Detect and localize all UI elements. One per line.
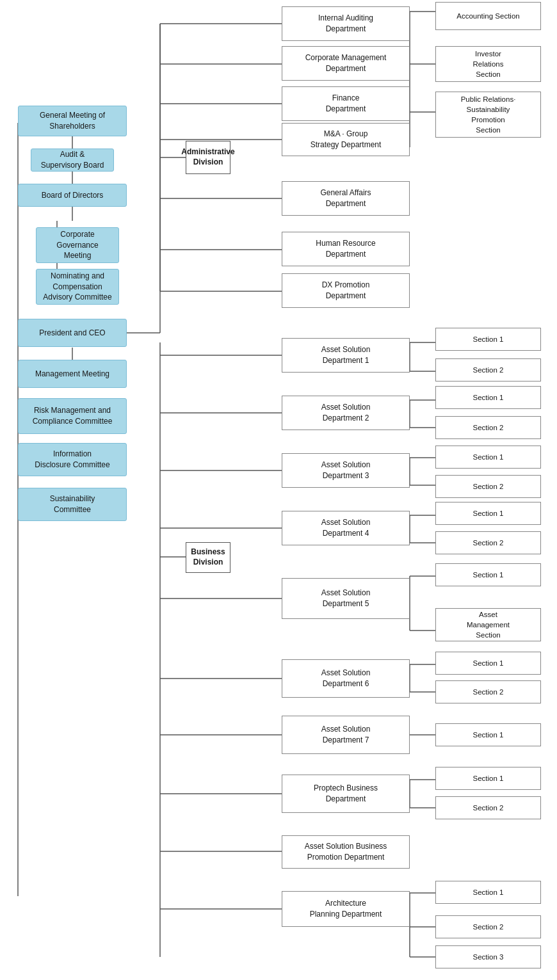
info-disclosure-box: Information Disclosure Committee [18,443,127,476]
asd4-label: Asset Solution Department 4 [321,517,371,539]
risk-label: Risk Management and Compliance Committee [33,405,113,427]
accounting-section: Accounting Section [435,2,541,30]
shareholders-box: General Meeting of Shareholders [18,106,127,136]
asd4-dept: Asset Solution Department 4 [282,511,410,545]
asd6-s2-label: Section 2 [473,687,504,697]
ma-dept: M&A · Group Strategy Department [282,123,410,156]
asbpd-dept: Asset Solution Business Promotion Depart… [282,835,410,869]
corp-mgmt-label: Corporate Management Department [305,52,387,74]
board-box: Board of Directors [18,184,127,207]
asd6-label: Asset Solution Department 6 [321,668,371,689]
hr-label: Human Resource Department [316,238,375,260]
architecture-s2-label: Section 2 [473,922,504,932]
corp-mgmt-dept: Corporate Management Department [282,46,410,81]
sustainability-box: Sustainability Committee [18,488,127,521]
architecture-s3: Section 3 [435,945,541,968]
asd6-s2: Section 2 [435,680,541,703]
asd2-s2-label: Section 2 [473,422,504,433]
asd4-s2: Section 2 [435,531,541,554]
asd3-s2-label: Section 2 [473,481,504,492]
asd1-s2-label: Section 2 [473,365,504,375]
asd3-s1-label: Section 1 [473,452,504,462]
asd4-s1-label: Section 1 [473,508,504,518]
business-division-text: Business Division [191,547,225,567]
asd7-dept: Asset Solution Department 7 [282,716,410,754]
asd5-s1-label: Section 1 [473,570,504,580]
asd5-dept: Asset Solution Department 5 [282,578,410,619]
asd1-label: Asset Solution Department 1 [321,344,371,366]
investor-relations-label: Investor Relations Section [473,49,504,79]
asd2-s1: Section 1 [435,386,541,409]
proptech-label: Proptech Business Department [314,783,378,805]
finance-label: Finance Department [326,93,366,115]
architecture-dept: Architecture Planning Department [282,891,410,927]
finance-dept: Finance Department [282,86,410,121]
investor-relations-section: Investor Relations Section [435,46,541,82]
asd2-label: Asset Solution Department 2 [321,402,371,424]
business-division-label: Business Division [186,542,230,573]
audit-board-label: Audit & Supervisory Board [41,149,104,171]
asbpd-label: Asset Solution Business Promotion Depart… [305,841,387,863]
asd2-s1-label: Section 1 [473,392,504,403]
asd2-dept: Asset Solution Department 2 [282,396,410,430]
mgmt-meeting-label: Management Meeting [35,369,109,380]
architecture-label: Architecture Planning Department [310,898,382,920]
asd7-label: Asset Solution Department 7 [321,724,371,746]
architecture-s3-label: Section 3 [473,952,504,962]
proptech-s1: Section 1 [435,767,541,790]
asd6-s1-label: Section 1 [473,658,504,668]
info-disclosure-label: Information Disclosure Committee [35,449,109,470]
mgmt-meeting-box: Management Meeting [18,360,127,388]
ma-label: M&A · Group Strategy Department [311,129,382,150]
internal-auditing-dept: Internal Auditing Department [282,6,410,41]
president-label: President and CEO [39,328,105,339]
accounting-label: Accounting Section [456,11,519,21]
general-affairs-dept: General Affairs Department [282,181,410,216]
president-box: President and CEO [18,319,127,347]
architecture-s2: Section 2 [435,915,541,938]
public-relations-section: Public Relations· Sustainability Promoti… [435,92,541,138]
risk-box: Risk Management and Compliance Committee [18,398,127,434]
asd4-s2-label: Section 2 [473,538,504,548]
asd7-s1: Section 1 [435,723,541,746]
nominating-label: Nominating and Compensation Advisory Com… [43,271,111,303]
asd6-s1: Section 1 [435,652,541,675]
sustainability-label: Sustainability Committee [50,494,95,515]
asd2-s2: Section 2 [435,416,541,439]
asd5-ams: Asset Management Section [435,608,541,641]
audit-board-box: Audit & Supervisory Board [31,149,114,172]
asd5-s1: Section 1 [435,563,541,586]
proptech-s2: Section 2 [435,796,541,819]
asd1-s1-label: Section 1 [473,334,504,344]
asd4-s1: Section 1 [435,502,541,525]
dx-dept: DX Promotion Department [282,273,410,308]
proptech-s1-label: Section 1 [473,773,504,783]
architecture-s1: Section 1 [435,881,541,904]
corp-gov-box: Corporate Governance Meeting [36,227,119,263]
asd1-dept: Asset Solution Department 1 [282,338,410,373]
corp-gov-label: Corporate Governance Meeting [56,229,98,261]
asd7-s1-label: Section 1 [473,730,504,740]
asd3-s2: Section 2 [435,475,541,498]
general-affairs-label: General Affairs Department [320,188,371,209]
admin-division-label: Administrative Division [186,141,230,174]
board-label: Board of Directors [42,190,104,201]
asd3-label: Asset Solution Department 3 [321,460,371,481]
asd1-s2: Section 2 [435,358,541,382]
asd6-dept: Asset Solution Department 6 [282,659,410,698]
proptech-dept: Proptech Business Department [282,775,410,813]
hr-dept: Human Resource Department [282,232,410,266]
proptech-s2-label: Section 2 [473,803,504,813]
admin-division-text: Administrative Division [181,147,234,167]
nominating-box: Nominating and Compensation Advisory Com… [36,269,119,305]
dx-label: DX Promotion Department [322,280,370,301]
asd1-s1: Section 1 [435,328,541,351]
architecture-s1-label: Section 1 [473,887,504,897]
internal-auditing-label: Internal Auditing Department [318,13,373,35]
public-relations-label: Public Relations· Sustainability Promoti… [461,94,516,135]
asd3-dept: Asset Solution Department 3 [282,453,410,488]
asd3-s1: Section 1 [435,446,541,469]
asd5-label: Asset Solution Department 5 [321,588,371,609]
asd5-ams-label: Asset Management Section [467,609,510,640]
shareholders-label: General Meeting of Shareholders [40,110,105,132]
